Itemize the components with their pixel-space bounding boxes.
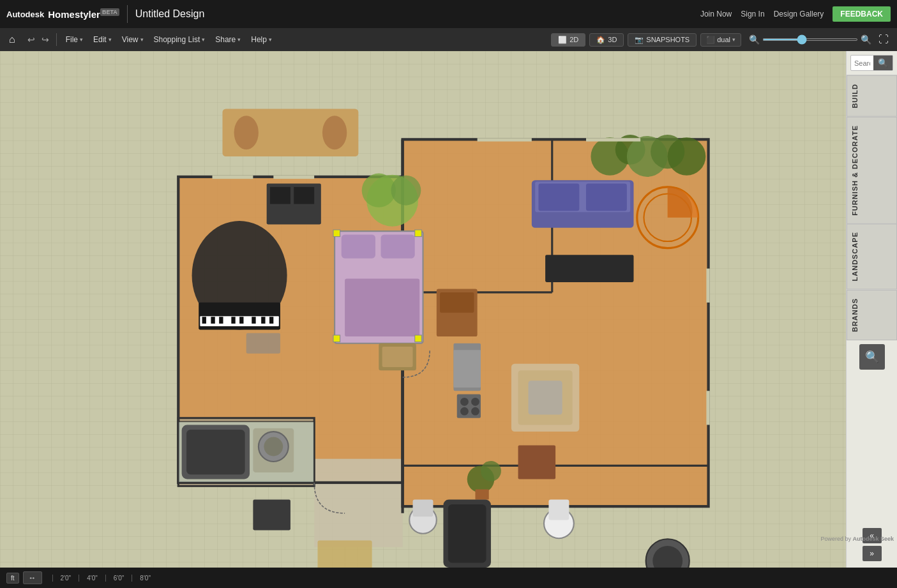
svg-rect-37 bbox=[415, 230, 422, 237]
svg-rect-40 bbox=[246, 333, 280, 354]
camera-icon: 📷 bbox=[635, 36, 644, 44]
zoom-out-icon[interactable]: 🔍 bbox=[749, 34, 760, 45]
3d-icon: 🏠 bbox=[596, 36, 605, 44]
svg-rect-33 bbox=[342, 234, 375, 258]
svg-rect-34 bbox=[381, 234, 415, 258]
undo-button[interactable]: ↩ bbox=[24, 32, 38, 47]
svg-point-67 bbox=[481, 461, 501, 481]
svg-rect-54 bbox=[453, 350, 481, 388]
view-controls: ⬜ 2D 🏠 3D 📷 SNAPSHOTS ⬛ dual ▾ 🔍 🔍 ⛶ bbox=[551, 33, 892, 47]
help-menu[interactable]: Help▾ bbox=[246, 33, 277, 47]
right-sidebar: 🔍 BUILD FURNISH & DECORATE LANDSCAPE BRA… bbox=[846, 51, 897, 568]
topbar-right: Join Now Sign In Design Gallery FEEDBACK bbox=[700, 6, 891, 22]
collapse-down-button[interactable]: » bbox=[863, 546, 882, 561]
svg-rect-20 bbox=[219, 317, 223, 324]
svg-point-58 bbox=[460, 407, 469, 416]
svg-rect-82 bbox=[253, 500, 290, 531]
zoom-bar: 🔍 🔍 bbox=[749, 34, 871, 45]
design-gallery-link[interactable]: Design Gallery bbox=[774, 10, 824, 19]
powered-by-label: Powered by bbox=[820, 536, 851, 542]
3d-view-button[interactable]: 🏠 3D bbox=[589, 33, 624, 47]
svg-rect-36 bbox=[333, 230, 340, 237]
svg-rect-90 bbox=[586, 138, 640, 141]
svg-rect-45 bbox=[545, 255, 633, 282]
zoom-slider[interactable] bbox=[762, 38, 858, 41]
svg-rect-65 bbox=[518, 445, 556, 479]
svg-rect-22 bbox=[239, 317, 243, 324]
svg-rect-92 bbox=[706, 391, 709, 425]
dual-button[interactable]: ⬛ dual ▾ bbox=[700, 33, 741, 47]
svg-rect-28 bbox=[294, 187, 314, 204]
beta-badge: BETA bbox=[100, 8, 119, 16]
svg-rect-3 bbox=[314, 459, 402, 547]
unit-button[interactable]: ft bbox=[6, 573, 19, 584]
measure-button[interactable]: ↔ bbox=[23, 571, 42, 584]
svg-rect-27 bbox=[270, 187, 290, 204]
sign-in-link[interactable]: Sign In bbox=[741, 10, 764, 19]
svg-rect-89 bbox=[478, 138, 532, 141]
feedback-button[interactable]: FEEDBACK bbox=[833, 6, 891, 22]
scale-mark-2: 2'0" bbox=[52, 575, 79, 582]
dual-icon: ⬛ bbox=[706, 36, 715, 44]
svg-rect-88 bbox=[273, 176, 314, 179]
autodesk-seek-label: Autodesk Seek bbox=[852, 536, 894, 542]
menu-separator bbox=[56, 33, 57, 46]
design-title: Untitled Design bbox=[135, 8, 205, 20]
svg-rect-91 bbox=[706, 269, 709, 303]
share-menu[interactable]: Share▾ bbox=[210, 33, 246, 47]
svg-point-81 bbox=[264, 437, 283, 456]
svg-rect-78 bbox=[318, 540, 372, 568]
sidebar-tab-brands[interactable]: BRANDS bbox=[847, 290, 897, 340]
file-menu[interactable]: File▾ bbox=[61, 33, 88, 47]
floorplan bbox=[0, 51, 846, 568]
redo-button[interactable]: ↪ bbox=[38, 32, 52, 47]
svg-point-57 bbox=[471, 398, 479, 406]
scale-marks: 2'0" 4'0" 6'0" 8'0" bbox=[52, 575, 158, 582]
search-submit-button[interactable]: 🔍 bbox=[873, 56, 893, 70]
svg-rect-21 bbox=[231, 317, 235, 324]
shopping-list-menu[interactable]: Shopping List▾ bbox=[149, 33, 211, 47]
svg-rect-87 bbox=[213, 176, 253, 179]
svg-rect-84 bbox=[440, 292, 474, 313]
edit-menu[interactable]: Edit▾ bbox=[88, 33, 117, 47]
2d-icon: ⬜ bbox=[558, 36, 567, 44]
zoom-in-icon[interactable]: 🔍 bbox=[861, 34, 871, 45]
snapshots-button[interactable]: 📷 SNAPSHOTS bbox=[628, 33, 697, 47]
collapse-arrows: « » bbox=[863, 528, 882, 568]
logo-area: Autodesk HomestylerBETA bbox=[6, 9, 119, 20]
canvas-area[interactable] bbox=[0, 51, 846, 568]
sidebar-tab-build[interactable]: BUILD bbox=[847, 75, 897, 117]
home-icon[interactable]: ⌂ bbox=[5, 31, 19, 48]
title-divider bbox=[127, 5, 128, 23]
main-area: 🔍 BUILD FURNISH & DECORATE LANDSCAPE BRA… bbox=[0, 51, 897, 568]
svg-point-14 bbox=[322, 116, 347, 149]
svg-point-56 bbox=[460, 398, 469, 406]
svg-rect-74 bbox=[548, 500, 569, 520]
svg-point-52 bbox=[668, 137, 706, 176]
svg-point-31 bbox=[391, 176, 421, 206]
svg-rect-19 bbox=[211, 317, 215, 324]
svg-rect-35 bbox=[345, 279, 419, 336]
sidebar-tab-furnish[interactable]: FURNISH & DECORATE bbox=[847, 117, 897, 224]
2d-view-button[interactable]: ⬜ 2D bbox=[551, 33, 585, 47]
view-menu[interactable]: View▾ bbox=[117, 33, 149, 47]
scale-mark-6: 6'0" bbox=[105, 575, 132, 582]
svg-rect-64 bbox=[528, 381, 562, 414]
topbar: Autodesk HomestylerBETA Untitled Design … bbox=[0, 0, 897, 28]
svg-rect-18 bbox=[202, 317, 206, 324]
svg-point-13 bbox=[234, 116, 259, 149]
svg-rect-25 bbox=[269, 317, 273, 324]
svg-rect-44 bbox=[586, 184, 627, 211]
search-input[interactable] bbox=[851, 57, 873, 70]
svg-rect-24 bbox=[261, 317, 265, 324]
svg-rect-43 bbox=[538, 184, 579, 211]
sidebar-search-button[interactable]: 🔍 bbox=[859, 344, 885, 370]
sidebar-tab-landscape[interactable]: LANDSCAPE bbox=[847, 223, 897, 289]
svg-rect-39 bbox=[415, 335, 422, 342]
svg-rect-38 bbox=[333, 335, 340, 342]
svg-rect-68 bbox=[475, 490, 488, 500]
join-now-link[interactable]: Join Now bbox=[700, 10, 732, 19]
autodesk-logo: Autodesk bbox=[6, 10, 44, 19]
expand-button[interactable]: ⛶ bbox=[875, 33, 892, 47]
scale-mark-8: 8'0" bbox=[132, 575, 158, 582]
